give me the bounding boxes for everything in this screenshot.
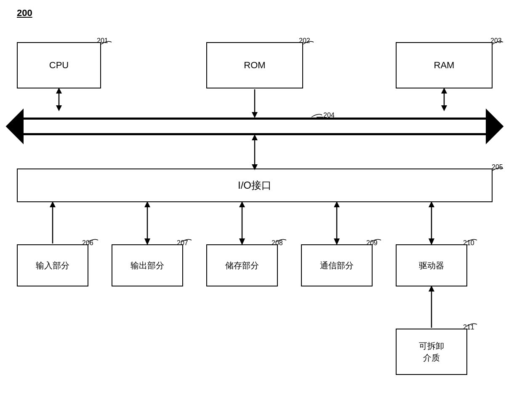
ram-label: RAM: [434, 60, 455, 71]
io-box: I/O接口: [17, 169, 493, 202]
comms-label: 通信部分: [320, 260, 354, 271]
svg-rect-3: [23, 120, 486, 133]
io-ref: 205: [492, 163, 503, 171]
driver-box: 驱动器: [396, 244, 467, 286]
cpu-label: CPU: [49, 60, 69, 71]
svg-marker-29: [334, 201, 340, 207]
diagram: 200 CPU 201 ROM 202 RAM 203 I/O接口 205 输入…: [0, 0, 522, 420]
ram-ref: 203: [490, 37, 502, 45]
ram-box: RAM: [396, 42, 493, 88]
rom-label: ROM: [244, 60, 265, 71]
svg-marker-35: [429, 286, 434, 292]
comms-box: 通信部分: [301, 244, 373, 286]
storage-box: 储存部分: [206, 244, 278, 286]
comms-ref: 209: [366, 239, 378, 247]
diagram-title: 200: [17, 8, 32, 19]
rom-box: ROM: [206, 42, 303, 88]
output-label: 输出部分: [130, 260, 164, 271]
input-box: 输入部分: [17, 244, 88, 286]
driver-ref: 210: [463, 239, 474, 247]
svg-marker-7: [486, 110, 503, 143]
output-ref: 207: [177, 239, 188, 247]
cpu-ref: 201: [97, 37, 108, 45]
input-label: 输入部分: [36, 260, 69, 271]
cpu-box: CPU: [17, 42, 101, 88]
svg-marker-11: [56, 105, 62, 111]
svg-marker-13: [252, 112, 258, 118]
storage-ref: 208: [272, 239, 283, 247]
removable-box: 可拆卸介质: [396, 329, 467, 375]
svg-marker-23: [144, 201, 150, 207]
svg-marker-10: [56, 88, 62, 94]
svg-marker-16: [441, 105, 447, 111]
svg-marker-26: [239, 201, 245, 207]
svg-marker-15: [441, 88, 447, 94]
svg-rect-0: [23, 118, 486, 135]
removable-ref: 211: [463, 324, 474, 331]
removable-label: 可拆卸介质: [419, 340, 444, 364]
storage-label: 储存部分: [225, 260, 259, 271]
output-box: 输出部分: [112, 244, 183, 286]
svg-marker-6: [6, 110, 23, 143]
input-ref: 206: [82, 239, 93, 247]
bus-ref: 204: [323, 112, 335, 119]
svg-marker-2: [486, 110, 503, 143]
svg-marker-21: [50, 201, 56, 207]
svg-marker-32: [429, 201, 434, 207]
svg-marker-1: [6, 110, 23, 143]
io-label: I/O接口: [238, 179, 272, 192]
driver-label: 驱动器: [419, 260, 444, 271]
svg-marker-18: [252, 134, 258, 140]
rom-ref: 202: [299, 37, 310, 45]
